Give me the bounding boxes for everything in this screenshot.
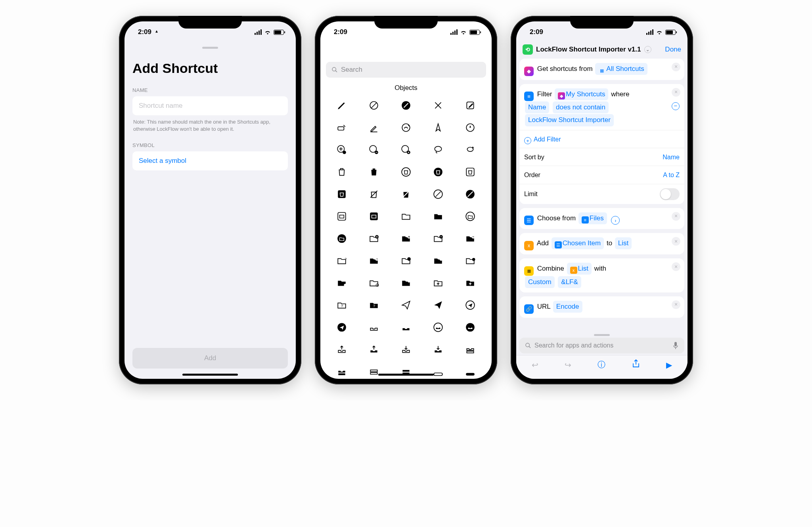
limit-toggle[interactable] bbox=[660, 188, 680, 200]
tray-full-icon[interactable] bbox=[369, 367, 379, 377]
folder-question-icon[interactable]: ? bbox=[337, 256, 347, 266]
action-add-to-list[interactable]: × x Add ☰Chosen Item to List bbox=[519, 233, 684, 254]
remove-action-icon[interactable]: × bbox=[672, 88, 680, 97]
trash-slash-circle-icon[interactable] bbox=[433, 189, 443, 199]
folder-gear-icon[interactable] bbox=[369, 278, 379, 288]
param-list[interactable]: List bbox=[615, 237, 632, 249]
tray-down-icon[interactable] bbox=[401, 344, 411, 355]
marker-circle-icon[interactable] bbox=[465, 122, 475, 133]
pencil-icon[interactable] bbox=[337, 100, 347, 111]
tray-down-fill-icon[interactable] bbox=[433, 344, 443, 355]
param-my-shortcuts[interactable]: ◆My Shortcuts bbox=[555, 88, 608, 100]
question-folder-fill-icon[interactable]: ? bbox=[369, 300, 379, 310]
folder-question-fill-icon[interactable]: ? bbox=[369, 256, 379, 266]
trash-slash-icon[interactable] bbox=[369, 189, 379, 199]
redo-icon[interactable]: ↪ bbox=[565, 360, 571, 370]
order-row[interactable]: Order A to Z bbox=[519, 166, 684, 180]
disclosure-icon[interactable]: › bbox=[611, 216, 620, 225]
arrow-circle-minus-icon[interactable] bbox=[369, 145, 379, 155]
minus-icon[interactable]: − bbox=[672, 102, 680, 110]
drive-fill-icon[interactable] bbox=[465, 367, 475, 377]
tray-2-icon[interactable] bbox=[465, 344, 475, 355]
select-symbol-button[interactable]: Select a symbol bbox=[132, 151, 288, 170]
tray-circle-fill-icon[interactable] bbox=[465, 322, 475, 332]
folder-add-icon[interactable] bbox=[433, 278, 443, 288]
folder-add-fill-icon[interactable] bbox=[465, 278, 475, 288]
param-chosen-item[interactable]: ☰Chosen Item bbox=[552, 237, 604, 249]
trash-fill-icon[interactable] bbox=[369, 167, 379, 177]
action-url-encode[interactable]: × 🔗 URL Encode bbox=[519, 296, 684, 318]
param-list-var[interactable]: xList bbox=[567, 263, 592, 275]
mic-icon[interactable] bbox=[672, 342, 679, 349]
param-condition[interactable]: does not contain bbox=[553, 101, 609, 113]
lasso-icon[interactable] bbox=[433, 145, 443, 155]
pencil-line-icon[interactable] bbox=[369, 122, 379, 133]
param-value[interactable]: LockFlow Shortcut Importer bbox=[525, 114, 614, 126]
param-separator[interactable]: &LF& bbox=[558, 276, 581, 288]
shortcut-title[interactable]: ⟲ LockFlow Shortcut Importer v1.1 ⌄ bbox=[523, 44, 651, 55]
arrow-circle-plus-icon[interactable] bbox=[337, 145, 347, 155]
folder-person-icon[interactable] bbox=[401, 256, 411, 266]
shortcut-name-input[interactable] bbox=[132, 96, 288, 115]
compass-icon[interactable] bbox=[433, 122, 443, 133]
trash-slash-circle-fill-icon[interactable] bbox=[465, 189, 475, 199]
question-folder-icon[interactable]: ? bbox=[337, 300, 347, 310]
info-icon[interactable]: ⓘ bbox=[598, 359, 605, 370]
tray-icon[interactable] bbox=[369, 322, 379, 332]
tray-circle-icon[interactable] bbox=[433, 322, 443, 332]
drive-icon[interactable] bbox=[433, 367, 443, 377]
symbol-search[interactable]: Search bbox=[326, 62, 486, 78]
folder-icon[interactable] bbox=[401, 211, 411, 221]
remove-action-icon[interactable]: × bbox=[672, 212, 680, 221]
trash-square-icon[interactable] bbox=[465, 167, 475, 177]
paperplane-fill-icon[interactable] bbox=[433, 300, 443, 310]
paperplane-icon[interactable] bbox=[401, 300, 411, 310]
home-indicator[interactable] bbox=[378, 374, 434, 376]
compose-icon[interactable] bbox=[465, 100, 475, 111]
signature-icon[interactable] bbox=[337, 122, 347, 133]
share-icon[interactable] bbox=[632, 359, 640, 370]
trash-circle-fill-icon[interactable] bbox=[433, 167, 443, 177]
paperplane-circle-fill-icon[interactable] bbox=[337, 322, 347, 332]
arrow-circle-right-icon[interactable] bbox=[401, 145, 411, 155]
folder-minus-icon[interactable] bbox=[433, 233, 443, 244]
folder-square-fill-icon[interactable] bbox=[369, 211, 379, 221]
tray-up-icon[interactable] bbox=[337, 344, 347, 355]
chevron-down-icon[interactable]: ⌄ bbox=[644, 46, 651, 53]
folder-gear-fill-icon[interactable] bbox=[337, 278, 347, 288]
drawer-grabber[interactable] bbox=[594, 334, 610, 336]
undo-icon[interactable]: ↩ bbox=[532, 360, 538, 370]
trash-square-fill-icon[interactable] bbox=[337, 189, 347, 199]
folder-minus-fill-icon[interactable] bbox=[465, 233, 475, 244]
folder-plus-badge-icon[interactable] bbox=[465, 256, 475, 266]
tray-2-fill-icon[interactable] bbox=[337, 367, 347, 377]
remove-action-icon[interactable]: × bbox=[672, 237, 680, 246]
lasso-sparkle-icon[interactable] bbox=[465, 145, 475, 155]
add-button[interactable]: Add bbox=[132, 348, 288, 369]
trash-slash-fill-icon[interactable] bbox=[401, 189, 411, 199]
folder-plus-fill-icon[interactable] bbox=[401, 233, 411, 244]
remove-action-icon[interactable]: × bbox=[672, 63, 680, 71]
action-filter[interactable]: × ≡ Filter ◆My Shortcuts where − Name do… bbox=[519, 84, 684, 204]
trash-icon[interactable] bbox=[337, 167, 347, 177]
paperplane-circle-icon[interactable] bbox=[465, 300, 475, 310]
param-name[interactable]: Name bbox=[525, 101, 549, 113]
tray-up-fill-icon[interactable] bbox=[369, 344, 379, 355]
play-icon[interactable]: ▶ bbox=[666, 360, 672, 370]
trash-circle-icon[interactable] bbox=[401, 167, 411, 177]
folder-plus-icon[interactable] bbox=[369, 233, 379, 244]
action-combine[interactable]: × ≣ Combine xList with Custom &LF& bbox=[519, 258, 684, 292]
action-get-shortcuts[interactable]: × ◆ Get shortcuts from ▦All Shortcuts bbox=[519, 59, 684, 80]
remove-action-icon[interactable]: × bbox=[672, 262, 680, 271]
folder-fill-icon[interactable] bbox=[433, 211, 443, 221]
action-choose[interactable]: × ☰ Choose from ≡Files › bbox=[519, 208, 684, 229]
done-button[interactable]: Done bbox=[665, 46, 681, 53]
param-all-shortcuts[interactable]: ▦All Shortcuts bbox=[595, 63, 647, 75]
cross-icon[interactable] bbox=[433, 100, 443, 111]
param-encode[interactable]: Encode bbox=[553, 301, 582, 313]
home-indicator[interactable] bbox=[182, 374, 238, 376]
sort-by-row[interactable]: Sort by Name bbox=[519, 148, 684, 162]
folder-square-icon[interactable] bbox=[337, 211, 347, 221]
folder-circle-icon[interactable] bbox=[465, 211, 475, 221]
param-custom[interactable]: Custom bbox=[525, 276, 555, 288]
